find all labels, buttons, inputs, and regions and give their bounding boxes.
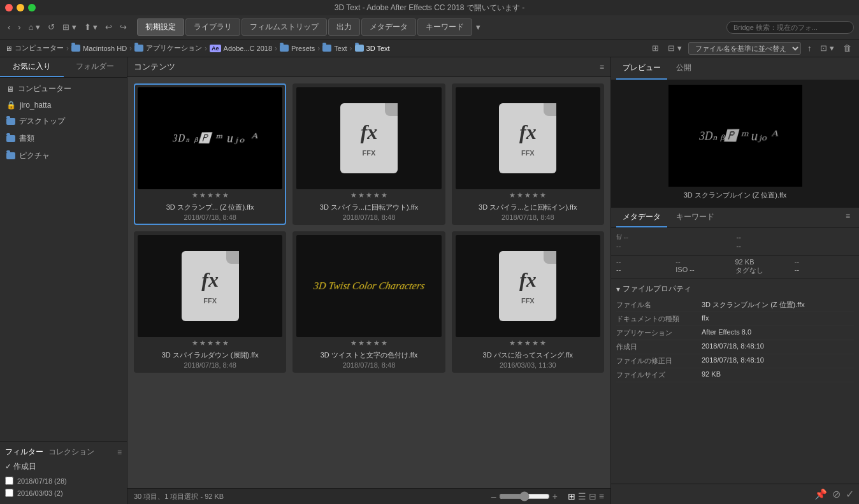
preview-tab-bar: プレビュー 公開 bbox=[611, 57, 859, 80]
left-sidebar: お気に入り フォルダー 🖥 コンピューター 🔒 jiro_hatta デスクトッ… bbox=[0, 57, 127, 504]
folder-icon bbox=[6, 152, 15, 159]
close-button[interactable] bbox=[5, 4, 13, 11]
tab-metadata[interactable]: メタデータ bbox=[616, 208, 667, 227]
view-icons: ⊞ ☰ ⊟ ≡ bbox=[568, 491, 604, 501]
preview-area: 3Dₙ ᵦ🅿 ᵐ uⱼₒ ᴬ 3D スクランブルイン (Z 位置).ffx bbox=[611, 80, 859, 208]
redo-button[interactable]: ↪ bbox=[117, 21, 129, 33]
tab-metadata[interactable]: メタデータ bbox=[361, 18, 416, 36]
folder-icon bbox=[355, 45, 364, 52]
grid-thumb-2: fx FFX bbox=[296, 87, 441, 189]
delete-btn[interactable]: 🗑 bbox=[841, 42, 854, 54]
content-scroll: 3Dₙ ᵦ🅿 ᵐ uⱼₒ ᴬ ★★★★★ 3D スクランプ... (Z 位置).… bbox=[127, 77, 610, 488]
grid-item-6[interactable]: fx FFX ★★★★★ 3D パスに沿ってスイング.ffx 2016/03/0… bbox=[452, 231, 604, 373]
stat-2: -- bbox=[675, 258, 735, 266]
breadcrumb-macintosh[interactable]: Macintosh HD bbox=[71, 45, 127, 52]
sidebar-item-computer[interactable]: 🖥 コンピューター bbox=[0, 80, 127, 97]
history-button[interactable]: ⌂ ▾ bbox=[26, 21, 43, 33]
file-props-header[interactable]: ▾ ファイルプロパティ bbox=[616, 284, 854, 294]
meta-field-blank2: -- bbox=[616, 242, 734, 250]
filter-btn[interactable]: ⊟ ▾ bbox=[665, 42, 684, 54]
grid-item-name-2: 3D スパイラ...に回転アウト).ffx bbox=[296, 201, 441, 213]
breadcrumb-computer[interactable]: 🖥 コンピューター bbox=[5, 43, 64, 53]
grid-item-name-4: 3D スパイラルダウン (展開).ffx bbox=[138, 349, 282, 361]
filter-checkbox-date2[interactable] bbox=[5, 489, 13, 497]
breadcrumb-text[interactable]: Text bbox=[322, 45, 347, 52]
breadcrumb-presets[interactable]: Presets bbox=[280, 45, 315, 52]
footer-info: 30 項目、1 項目選択 - 92 KB bbox=[134, 492, 486, 501]
grid-view-btn[interactable]: ⊞ bbox=[649, 42, 661, 54]
grid-item-3[interactable]: fx FFX ★★★★★ 3D スパイラ...とに回転イン).ffx 2018/… bbox=[452, 83, 604, 225]
view-columns-button[interactable]: ⊟ bbox=[589, 491, 596, 501]
undo-button[interactable]: ↩ bbox=[103, 21, 115, 33]
zoom-slider[interactable] bbox=[499, 491, 550, 501]
tab-publish[interactable]: 公開 bbox=[670, 57, 698, 80]
content-header: コンテンツ ≡ bbox=[127, 57, 610, 77]
computer-icon: 🖥 bbox=[5, 45, 12, 52]
breadcrumb-ae[interactable]: Ae Adobe...C 2018 bbox=[210, 45, 272, 52]
tools-button[interactable]: ⊞ ▾ bbox=[60, 21, 79, 33]
tab-favorites[interactable]: お気に入り bbox=[0, 57, 64, 77]
content-menu-icon[interactable]: ≡ bbox=[600, 62, 604, 71]
rotate-options-btn[interactable]: ⊡ ▾ bbox=[818, 42, 837, 54]
forward-button[interactable]: › bbox=[15, 21, 23, 33]
tab-collection[interactable]: コレクション bbox=[48, 447, 94, 457]
search-input[interactable] bbox=[726, 21, 854, 34]
minimize-button[interactable] bbox=[17, 4, 24, 11]
grid-item-date-5: 2018/07/18, 8:48 bbox=[296, 361, 441, 369]
main-layout: お気に入り フォルダー 🖥 コンピューター 🔒 jiro_hatta デスクトッ… bbox=[0, 57, 859, 504]
ffx-icon-4: fx FFX bbox=[182, 251, 239, 321]
accept-button[interactable]: ✓ bbox=[846, 488, 854, 500]
more-tabs-button[interactable]: ▾ bbox=[473, 18, 483, 36]
ffx-icon-3: fx FFX bbox=[499, 103, 556, 173]
zoom-in-button[interactable]: + bbox=[552, 491, 558, 501]
view-grid-button[interactable]: ⊞ bbox=[568, 491, 575, 501]
filter-menu-icon[interactable]: ≡ bbox=[117, 448, 122, 457]
grid-item-date-2: 2018/07/18, 8:48 bbox=[296, 213, 441, 221]
zoom-out-button[interactable]: – bbox=[491, 491, 496, 501]
user-icon: 🔒 bbox=[6, 101, 16, 110]
sidebar-item-user[interactable]: 🔒 jiro_hatta bbox=[0, 97, 127, 113]
sort-select[interactable]: ファイル名を基準に並べ替え bbox=[688, 42, 801, 55]
folder-icon bbox=[322, 45, 331, 52]
filter-checkbox-date1[interactable] bbox=[5, 477, 13, 485]
sort-asc-btn[interactable]: ↑ bbox=[805, 42, 814, 54]
meta-stats: -- -- 92 KB -- -- ISO -- タグなし -- bbox=[611, 256, 859, 278]
tab-keyword[interactable]: キーワード bbox=[417, 18, 472, 36]
prop-row-modified: ファイルの修正日 2018/07/18, 8:48:10 bbox=[616, 354, 854, 368]
grid-item-4[interactable]: fx FFX ★★★★★ 3D スパイラルダウン (展開).ffx 2018/0… bbox=[134, 231, 286, 373]
star-row-5: ★★★★★ bbox=[296, 337, 441, 349]
tab-filter[interactable]: フィルター bbox=[5, 447, 43, 457]
grid-item-5[interactable]: 3D Twist Color Characters ★★★★★ 3D ツイストと… bbox=[292, 231, 445, 373]
star-row-3: ★★★★★ bbox=[456, 189, 600, 201]
maximize-button[interactable] bbox=[28, 4, 36, 11]
filter-item-date1[interactable]: 2018/07/18 (28) bbox=[5, 475, 122, 487]
filter-item-date2[interactable]: 2016/03/03 (2) bbox=[5, 487, 122, 499]
tab-filmstrip[interactable]: フィルムストリップ bbox=[242, 18, 327, 36]
close-panel-button[interactable]: ⊘ bbox=[832, 488, 841, 500]
tab-output[interactable]: 出力 bbox=[328, 18, 360, 36]
breadcrumb-3dtext[interactable]: 3D Text bbox=[355, 45, 390, 52]
filter-panel: フィルター コレクション ≡ ✓ 作成日 2018/07/18 (28) 201… bbox=[0, 441, 127, 504]
view-list-button[interactable]: ≡ bbox=[599, 491, 604, 501]
rotate-left-button[interactable]: ↺ bbox=[45, 21, 57, 33]
pin-button[interactable]: 📌 bbox=[814, 488, 827, 500]
grid-item-1[interactable]: 3Dₙ ᵦ🅿 ᵐ uⱼₒ ᴬ ★★★★★ 3D スクランプ... (Z 位置).… bbox=[134, 83, 286, 225]
tab-library[interactable]: ライブラリ bbox=[185, 18, 240, 36]
grid-item-2[interactable]: fx FFX ★★★★★ 3D スパイラ...に回転アウト).ffx 2018/… bbox=[292, 83, 445, 225]
sidebar-item-pictures[interactable]: ピクチャ bbox=[0, 147, 127, 164]
view-detail-button[interactable]: ☰ bbox=[578, 491, 586, 501]
breadcrumb-applications[interactable]: アプリケーション bbox=[134, 43, 202, 53]
meta-tab-bar: メタデータ キーワード ≡ bbox=[611, 208, 859, 228]
tab-preview[interactable]: プレビュー bbox=[616, 57, 667, 80]
back-button[interactable]: ‹ bbox=[5, 21, 13, 33]
move-button[interactable]: ⬆ ▾ bbox=[82, 21, 101, 33]
tab-folders[interactable]: フォルダー bbox=[64, 57, 127, 77]
tab-initial-settings[interactable]: 初期設定 bbox=[137, 18, 184, 36]
preview-img-text: 3Dₙ ᵦ🅿 ᵐ uⱼₒ ᴬ bbox=[699, 127, 777, 144]
filter-section-label: ✓ 作成日 bbox=[5, 461, 122, 472]
sidebar-item-desktop[interactable]: デスクトップ bbox=[0, 113, 127, 130]
tab-keywords[interactable]: キーワード bbox=[670, 208, 721, 227]
meta-field-blank1: -- bbox=[737, 233, 855, 241]
meta-menu-icon[interactable]: ≡ bbox=[842, 208, 854, 227]
sidebar-item-documents[interactable]: 書類 bbox=[0, 130, 127, 147]
